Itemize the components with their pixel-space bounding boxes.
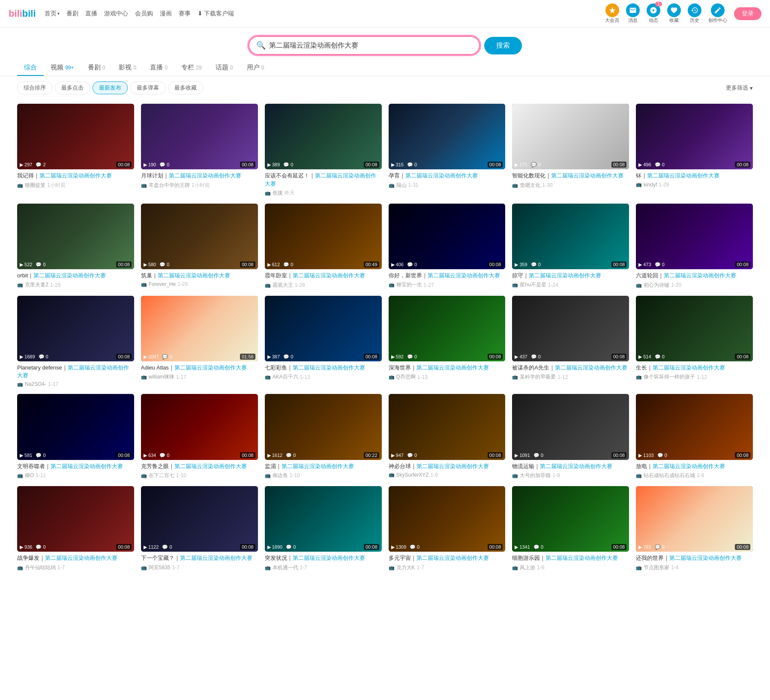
filter-most-favorites[interactable]: 最多收藏 xyxy=(168,81,203,94)
time-ago: 1-9 xyxy=(431,472,438,478)
filter-newest[interactable]: 最新发布 xyxy=(93,81,128,94)
video-card[interactable]: ▶ 437 💬 0 00:08 被谋杀的A先生｜第二届瑞云渲染动画创作大赛 📺 … xyxy=(512,296,629,388)
video-title: 筑巢｜第二届瑞云渲染动画创作大赛 xyxy=(141,272,258,279)
video-card[interactable]: ▶ 496 💬 0 00:08 钚｜第二届瑞云渲染动画创作大赛 📺 kindyf… xyxy=(636,104,753,197)
up-name[interactable]: 在下二百七 xyxy=(149,472,174,479)
up-name[interactable]: 隔山 xyxy=(396,182,407,189)
video-card[interactable]: ▶ 1689 💬 0 00:08 Planetary defense｜第二届瑞云… xyxy=(17,296,134,388)
search-input[interactable] xyxy=(269,42,472,49)
nav-esports[interactable]: 赛事 xyxy=(179,10,191,18)
nav-game[interactable]: 游戏中心 xyxy=(104,10,128,18)
video-card[interactable]: ▶ 1890 💬 0 00:08 突发状况｜第二届瑞云渲染动画创作大赛 📺 本机… xyxy=(265,486,382,571)
up-name[interactable]: 星hu不是星 xyxy=(520,281,546,288)
up-name[interactable]: 梯O xyxy=(25,472,34,479)
up-name[interactable]: Q乔悲啊 xyxy=(396,373,416,381)
nav-live[interactable]: 直播 xyxy=(85,10,97,18)
up-name[interactable]: AKA百千六 xyxy=(273,373,298,381)
login-button[interactable]: 登录 xyxy=(734,7,761,20)
up-name[interactable]: 觉嗯文化 xyxy=(520,182,540,189)
video-card[interactable]: ▶ 1612 💬 0 00:22 监湄｜第二届瑞云渲染动画创作大赛 📺 南边鱼 … xyxy=(265,394,382,479)
video-card[interactable]: ▶ 612 💬 0 00:49 霞年卧室｜第二届瑞云渲染动画创作大赛 📺 霜底大… xyxy=(265,204,382,289)
up-name[interactable]: 阿宾5835 xyxy=(149,564,171,571)
video-card[interactable]: ▶ 1341 💬 0 00:08 细胞游乐园｜第二届瑞云渲染动画创作大赛 📺 风… xyxy=(512,486,629,571)
up-name[interactable]: 初心为诗辅 xyxy=(644,282,669,289)
nav-shop[interactable]: 会员购 xyxy=(135,10,153,18)
up-name[interactable]: 丹午仙咕咕鸡 xyxy=(25,564,56,571)
up-name[interactable]: 克里夫童Z xyxy=(25,281,48,288)
up-name[interactable]: 大号的加菲猫 xyxy=(520,472,551,479)
tab-column[interactable]: 专栏 29 xyxy=(174,59,209,76)
video-card[interactable]: ▶ 514 💬 0 00:08 生长｜第二届瑞云渲染动画创作大赛 📺 像个坏坏得… xyxy=(636,296,753,388)
video-card[interactable]: ▶ 190 💬 0 00:08 月球计划｜第二届瑞云渲染动画创作大赛 📺 常盘台… xyxy=(141,104,258,197)
up-name[interactable]: 本机通一代 xyxy=(273,564,298,571)
nav-manga[interactable]: 漫画 xyxy=(160,10,172,18)
video-card[interactable]: ▶ 1091 💬 0 00:08 物流运输｜第二届瑞云渲染动画创作大赛 📺 大号… xyxy=(512,394,629,479)
history-icon-item[interactable]: 历史 xyxy=(688,3,701,24)
up-name[interactable]: 霜底大王 xyxy=(273,282,293,289)
video-card[interactable]: ▶ 634 💬 0 00:08 克芳鲁之眼｜第二届瑞云渲染动画创作大赛 📺 在下… xyxy=(141,394,258,479)
dynamic-icon-item[interactable]: 1 动态 xyxy=(647,3,660,24)
video-card[interactable]: ▶ 315 💬 0 00:08 孕育｜第二届瑞云渲染动画创作大赛 📺 隔山 1-… xyxy=(389,104,506,197)
video-duration: 00:08 xyxy=(240,162,255,168)
video-card[interactable]: ▶ 580 💬 0 00:08 筑巢｜第二届瑞云渲染动画创作大赛 📺 Forev… xyxy=(141,204,258,289)
tab-all[interactable]: 综合 xyxy=(17,59,44,76)
video-card[interactable]: ▶ 387 💬 0 00:08 七彩彩鱼｜第二届瑞云渲染动画创作大赛 📺 AKA… xyxy=(265,296,382,388)
up-name[interactable]: 钻石成钻石成钻石石城 xyxy=(644,472,695,479)
logo[interactable]: bilibili xyxy=(9,8,36,19)
tab-user[interactable]: 用户 0 xyxy=(240,59,271,76)
video-card[interactable]: ▶ 592 💬 0 00:08 深海世界｜第二届瑞云渲染动画创作大赛 📺 Q乔悲… xyxy=(389,296,506,388)
video-card[interactable]: ▶ 522 💬 0 00:08 orbit｜第二届瑞云渲染动画创作大赛 📺 克里… xyxy=(17,204,134,289)
video-stats: ▶ 1341 💬 0 xyxy=(515,544,543,550)
danmu-count: 💬 0 xyxy=(407,262,417,267)
filter-comprehensive[interactable]: 综合排序 xyxy=(17,81,52,94)
up-name[interactable]: SkySurferXYZ xyxy=(396,472,429,478)
up-name[interactable]: 某科学的早吸爱 xyxy=(520,373,556,381)
video-card[interactable]: ▶ 297 💬 2 00:08 我记得｜第二届瑞云渲染动画创作大赛 📺 猪圈提笼… xyxy=(17,104,134,197)
tab-anime[interactable]: 番剧 0 xyxy=(81,59,112,76)
vip-icon-item[interactable]: 大会员 xyxy=(605,3,619,24)
nav-anime[interactable]: 番剧 xyxy=(66,10,78,18)
video-card[interactable]: ▶ 2047 💬 0 01:58 Adieu Atlas｜第二届瑞云渲染动画创作… xyxy=(141,296,258,388)
video-card[interactable]: ▶ 406 💬 0 00:08 你好，新世界｜第二届瑞云渲染动画创作大赛 📺 柳… xyxy=(389,204,506,289)
video-card[interactable]: ▶ 936 💬 0 00:08 战争爆发｜第二届瑞云渲染动画创作大赛 📺 丹午仙… xyxy=(17,486,134,571)
filter-most-danmu[interactable]: 最多弹幕 xyxy=(130,81,165,94)
video-card[interactable]: ▶ 389 💬 0 00:08 应该不会有延迟！｜第二届瑞云渲染动画创作大赛 📺… xyxy=(265,104,382,197)
message-icon-item[interactable]: 消息 xyxy=(626,3,640,24)
video-card[interactable]: ▶ 359 💬 0 00:08 掠守｜第二届瑞云渲染动画创作大赛 📺 星hu不是… xyxy=(512,204,629,289)
video-card[interactable]: ▶ 947 💬 0 00:08 神必台球｜第二届瑞云渲染动画创作大赛 📺 Sky… xyxy=(389,394,506,479)
video-card[interactable]: ▶ 473 💬 0 00:08 六道轮回｜第二届瑞云渲染动画创作大赛 📺 初心为… xyxy=(636,204,753,289)
video-card[interactable]: ▶ 781 💬 0 00:08 还我的世界｜第二届瑞云渲染动画创作大赛 📺 节点… xyxy=(636,486,753,571)
nav-download[interactable]: ⬇ 下载客户端 xyxy=(198,10,234,18)
video-card[interactable]: ▶ 171 💬 0 00:08 智能化数现化｜第二届瑞云渲染动画创作大赛 📺 觉… xyxy=(512,104,629,197)
up-name[interactable]: 南边鱼 xyxy=(273,472,288,479)
up-name[interactable]: william咪咪 xyxy=(149,373,174,381)
up-name[interactable]: 节点图形家 xyxy=(644,564,669,571)
up-name[interactable]: 常盘台中学的王牌 xyxy=(149,182,190,189)
time-ago: 1-13 xyxy=(417,374,428,380)
up-name[interactable]: kindyf xyxy=(644,182,657,188)
up-name[interactable]: 焦拢 xyxy=(273,189,283,197)
up-name[interactable]: 风上游 xyxy=(520,564,535,571)
video-info: 应该不会有延迟！｜第二届瑞云渲染动画创作大赛 📺 焦拢 昨天 xyxy=(265,172,382,196)
video-card[interactable]: ▶ 1122 💬 0 00:08 下一个宝藏？｜第二届瑞云渲染动画创作大赛 📺 … xyxy=(141,486,258,571)
more-filter-button[interactable]: 更多筛选 ▾ xyxy=(726,84,753,92)
up-name[interactable]: 克力大K xyxy=(396,564,415,571)
video-card[interactable]: ▶ 1309 💬 0 00:08 多元宇宙｜第二届瑞云渲染动画创作大赛 📺 克力… xyxy=(389,486,506,571)
favorite-icon-item[interactable]: 收藏 xyxy=(667,3,681,24)
nav-home[interactable]: 首页 ▾ xyxy=(45,10,60,18)
search-button[interactable]: 搜索 xyxy=(484,37,522,54)
tab-topic[interactable]: 话题 0 xyxy=(209,59,240,76)
video-card[interactable]: ▶ 581 💬 0 00:08 文明吞噬者｜第二届瑞云渲染动画创作大赛 📺 梯O… xyxy=(17,394,134,479)
view-count: ▶ 2047 xyxy=(144,354,159,360)
up-name[interactable]: Na2SO4- xyxy=(25,381,46,387)
video-card[interactable]: ▶ 1103 💬 0 00:08 放电｜第二届瑞云渲染动画创作大赛 📺 钻石成钻… xyxy=(636,394,753,479)
filter-most-views[interactable]: 最多点击 xyxy=(55,81,90,94)
up-name[interactable]: 像个坏坏得一样的孩子 xyxy=(644,373,695,381)
create-icon-item[interactable]: 创作中心 xyxy=(708,3,727,24)
tab-film[interactable]: 影视 0 xyxy=(112,59,143,76)
tab-video[interactable]: 视频 99+ xyxy=(44,59,81,76)
up-name[interactable]: Forever_He xyxy=(149,281,176,287)
up-name[interactable]: 猪圈提笼 xyxy=(25,182,45,189)
up-name[interactable]: 柳宝的一生 xyxy=(396,281,422,288)
tab-live[interactable]: 直播 0 xyxy=(143,59,174,76)
